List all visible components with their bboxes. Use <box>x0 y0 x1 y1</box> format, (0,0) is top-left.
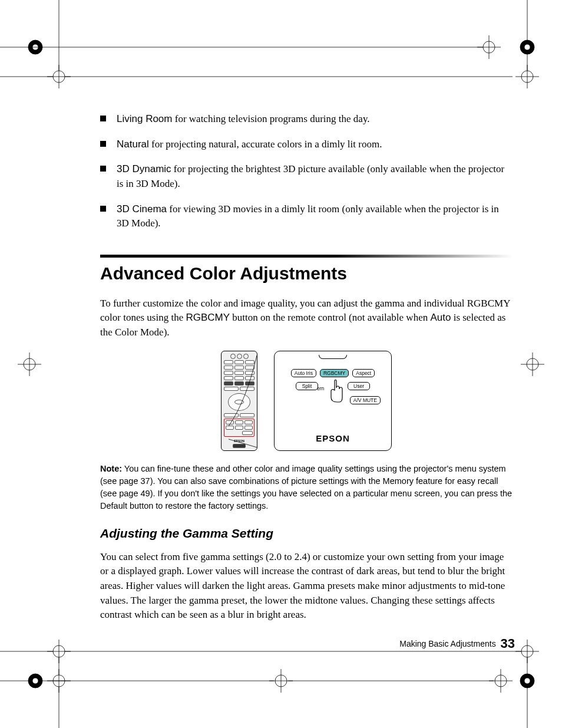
svg-point-5 <box>483 41 495 53</box>
auto-iris-button: Auto Iris <box>291 369 316 377</box>
color-mode-list: Living Room for watching television prog… <box>100 112 513 231</box>
mode-desc: for projecting the brightest 3D picture … <box>117 163 504 189</box>
mode-label: Natural <box>117 139 149 150</box>
remote-figure: EPSON Auto Iris RGBCMY Aspect Split User… <box>100 351 513 451</box>
svg-point-0 <box>28 40 42 54</box>
list-item: 3D Cinema for viewing 3D movies in a dim… <box>100 202 513 231</box>
subsection-body: You can select from five gamma settings … <box>100 550 513 622</box>
svg-point-10 <box>521 71 533 83</box>
svg-point-19 <box>53 645 65 657</box>
mode-desc: for viewing 3D movies in a dimly lit roo… <box>117 203 499 229</box>
svg-point-24 <box>53 675 65 687</box>
note-paragraph: Note: You can fine-tune these and other … <box>100 463 513 512</box>
page-number: 33 <box>501 636 515 651</box>
pointer-hand-icon: ern <box>326 380 344 397</box>
remote-thumbnail: EPSON <box>221 351 257 451</box>
svg-point-13 <box>24 358 35 370</box>
pattern-button-fragment: ern <box>317 386 324 391</box>
mode-label: 3D Cinema <box>117 203 167 215</box>
footer-text: Making Basic Adjustments <box>399 639 495 648</box>
user-button: User <box>348 382 370 390</box>
mode-desc: for projecting natural, accurate colors … <box>149 139 382 150</box>
rgbcmy-button: RGBCMY <box>320 369 349 377</box>
svg-point-16 <box>527 358 538 370</box>
remote-callout: Auto Iris RGBCMY Aspect Split User A/V M… <box>274 351 392 451</box>
svg-point-34 <box>524 678 530 684</box>
svg-point-8 <box>520 40 534 54</box>
highlighted-region <box>224 419 254 437</box>
subsection-heading: Adjusting the Gamma Setting <box>100 526 513 541</box>
auto-label: Auto <box>430 312 451 323</box>
page-footer: Making Basic Adjustments 33 <box>399 636 515 651</box>
svg-point-35 <box>495 675 507 687</box>
rgbcmy-label: RGBCMY <box>186 312 230 323</box>
brand-label: EPSON <box>224 439 254 443</box>
list-item: Natural for projecting natural, accurate… <box>100 137 513 152</box>
svg-point-33 <box>520 674 534 688</box>
mode-desc: for watching television programs during … <box>173 113 370 124</box>
brand-label: EPSON <box>316 433 350 443</box>
list-item: 3D Dynamic for projecting the brightest … <box>100 162 513 191</box>
svg-point-9 <box>524 44 530 50</box>
svg-point-22 <box>28 674 42 688</box>
text: button on the remote control (not availa… <box>230 312 430 323</box>
section-heading: Advanced Color Adjustments <box>100 263 513 284</box>
section-intro: To further customize the color and image… <box>100 297 513 340</box>
svg-point-1 <box>32 44 38 50</box>
svg-point-23 <box>32 678 38 684</box>
mode-label: Living Room <box>117 113 173 124</box>
svg-point-27 <box>275 675 287 687</box>
list-item: Living Room for watching television prog… <box>100 112 513 127</box>
note-text: You can fine-tune these and other color … <box>100 464 512 510</box>
av-mute-button: A/V MUTE <box>350 396 381 404</box>
aspect-button: Aspect <box>352 369 375 377</box>
svg-point-2 <box>53 71 65 83</box>
mode-label: 3D Dynamic <box>117 163 171 174</box>
svg-point-30 <box>521 645 533 657</box>
split-button: Split <box>296 382 318 390</box>
section-divider <box>100 255 513 258</box>
note-label: Note: <box>100 464 122 473</box>
